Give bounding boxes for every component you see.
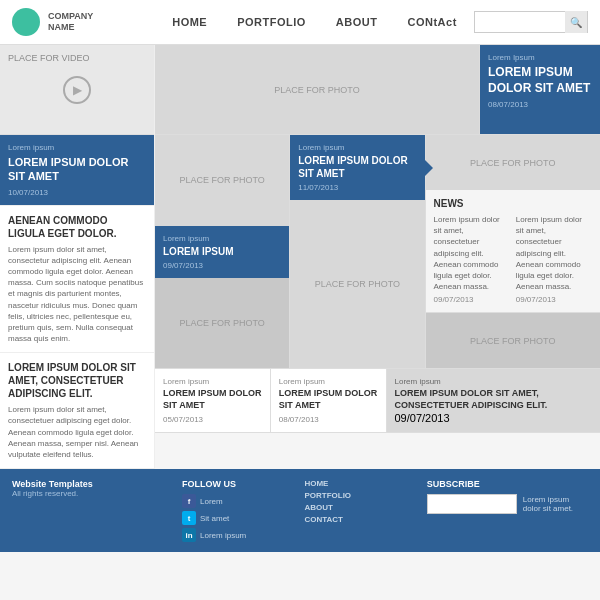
mid-layout: PLACE FOR PHOTO Lorem ipsum LOREM IPSUM …	[155, 135, 600, 369]
play-button[interactable]: ▶	[63, 76, 91, 104]
featured-card: Lorem Ipsum LOREM IPSUM DOLOR SIT AMET 0…	[480, 45, 600, 134]
news-date-2: 09/07/2013	[516, 295, 592, 304]
follow-title: FOLLOW US	[182, 479, 289, 489]
photo-mid-left: PLACE FOR PHOTO	[155, 135, 289, 226]
mid-card-left-label: Lorem ipsum	[163, 234, 281, 243]
news-item-2: Lorem ipsum dolor sit amet, consectetuer…	[516, 214, 592, 304]
bottom-card2-date: 08/07/2013	[279, 415, 378, 424]
footer-nav-contact[interactable]: CONTACT	[304, 515, 411, 524]
sidebar-card-1: Lorem ipsum LOREM IPSUM DOLOR SIT AMET 1…	[0, 135, 154, 206]
photo-mid-right: PLACE FOR PHOTO	[426, 135, 601, 190]
sidebar-card-2: LOREM IPSUM DOLOR SIT AMET, CONSECTETUER…	[0, 353, 154, 469]
footer-rights: All rights reserved.	[12, 489, 167, 498]
featured-title: LOREM IPSUM DOLOR SIT AMET	[488, 65, 592, 96]
video-block: PLACE FOR VIDEO ▶	[0, 45, 154, 135]
bottom-card-1: Lorem ipsum LOREM IPSUM DOLOR SIT AMET 0…	[155, 369, 271, 431]
mid-card-center-title: LOREM IPSUM DOLOR SIT AMET	[298, 154, 416, 180]
photo-large: PLACE FOR PHOTO	[155, 45, 480, 134]
sidebar-card1-date: 10/07/2013	[8, 188, 146, 197]
bottom-card3-date: 09/07/2013	[395, 412, 593, 424]
mid-col-left: PLACE FOR PHOTO Lorem ipsum LOREM IPSUM …	[155, 135, 290, 368]
bottom-card3-label: Lorem ipsum	[395, 377, 593, 386]
nav-portfolio[interactable]: PORTFOLIO	[237, 16, 306, 28]
page-content: PLACE FOR VIDEO ▶ Lorem ipsum LOREM IPSU…	[0, 45, 600, 469]
news-grid: Lorem ipsum dolor sit amet, consectetuer…	[434, 214, 593, 304]
nav-home[interactable]: HOME	[172, 16, 207, 28]
facebook-icon: f	[182, 494, 196, 508]
subscribe-row: Lorem ipsum dolor sit amet.	[427, 494, 588, 514]
bottom-card2-label: Lorem ipsum	[279, 377, 378, 386]
mid-card-left-title: LOREM IPSUM	[163, 245, 281, 258]
news-date-1: 09/07/2013	[434, 295, 510, 304]
search-box: 🔍	[474, 11, 588, 33]
search-input[interactable]	[475, 17, 565, 28]
mid-card-center: Lorem ipsum LOREM IPSUM DOLOR SIT AMET 1…	[290, 135, 424, 200]
logo-area: COMPANY NAME	[0, 8, 155, 36]
search-button[interactable]: 🔍	[565, 11, 587, 33]
footer-left: Website Templates All rights reserved.	[12, 479, 167, 498]
sidebar: PLACE FOR VIDEO ▶ Lorem ipsum LOREM IPSU…	[0, 45, 155, 469]
linkedin-icon: in	[182, 528, 196, 542]
bottom-card-2: Lorem ipsum LOREM IPSUM DOLOR SIT AMET 0…	[271, 369, 387, 431]
follow-label-twitter: Sit amet	[200, 514, 229, 523]
bottom-card3-title: LOREM IPSUM DOLOR SIT AMET, CONSECTETUER…	[395, 388, 593, 411]
subscribe-desc: Lorem ipsum dolor sit amet.	[523, 495, 588, 513]
sidebar-card2-title: LOREM IPSUM DOLOR SIT AMET, CONSECTETUER…	[8, 361, 146, 400]
bottom-card-3: Lorem ipsum LOREM IPSUM DOLOR SIT AMET, …	[387, 369, 601, 431]
footer-website-label: Website Templates	[12, 479, 167, 489]
footer-nav-items: HOME PORTFOLIO ABOUT CONTACT	[304, 479, 411, 524]
footer-nav-home[interactable]: HOME	[304, 479, 411, 488]
sidebar-article-title: AENEAN COMMODO LIGULA EGET DOLOR.	[8, 214, 146, 240]
main-content: PLACE FOR PHOTO Lorem Ipsum LOREM IPSUM …	[155, 45, 600, 469]
follow-section: FOLLOW US f Lorem t Sit amet in Lorem ip…	[182, 479, 289, 542]
featured-label: Lorem Ipsum	[488, 53, 592, 62]
featured-date: 08/07/2013	[488, 100, 592, 109]
logo-icon	[12, 8, 40, 36]
subscribe-section: SUBSCRIBE Lorem ipsum dolor sit amet.	[427, 479, 588, 514]
footer: Website Templates All rights reserved. F…	[0, 469, 600, 552]
mid-card-left: Lorem ipsum LOREM IPSUM 09/07/2013	[155, 226, 289, 278]
mid-card-left-date: 09/07/2013	[163, 261, 281, 270]
footer-nav-about[interactable]: ABOUT	[304, 503, 411, 512]
photo-mid-left2: PLACE FOR PHOTO	[155, 278, 289, 369]
video-label: PLACE FOR VIDEO	[8, 53, 90, 63]
main-nav: HOME PORTFOLIO ABOUT CONtAct	[155, 16, 474, 28]
follow-item-twitter[interactable]: t Sit amet	[182, 511, 289, 525]
subscribe-input[interactable]	[427, 494, 517, 514]
news-section: NEWS Lorem ipsum dolor sit amet, consect…	[426, 190, 601, 313]
follow-item-facebook[interactable]: f Lorem	[182, 494, 289, 508]
sidebar-card2-text: Lorem ipsum dolor sit amet, consectetuer…	[8, 404, 146, 460]
mid-card-center-label: Lorem ipsum	[298, 143, 416, 152]
news-text-1: Lorem ipsum dolor sit amet, consectetuer…	[434, 214, 510, 292]
footer-nav-portfolio[interactable]: PORTFOLIO	[304, 491, 411, 500]
follow-item-linkedin[interactable]: in Lorem ipsum	[182, 528, 289, 542]
mid-card-center-date: 11/07/2013	[298, 183, 416, 192]
sidebar-article-text: Lorem ipsum dolor sit amet, consectetur …	[8, 244, 146, 345]
nav-contact[interactable]: CONtAct	[407, 16, 456, 28]
top-row: PLACE FOR PHOTO Lorem Ipsum LOREM IPSUM …	[155, 45, 600, 135]
photo-mid-center: PLACE FOR PHOTO	[290, 200, 424, 368]
sidebar-card1-label: Lorem ipsum	[8, 143, 146, 152]
bottom-card1-title: LOREM IPSUM DOLOR SIT AMET	[163, 388, 262, 411]
nav-about[interactable]: ABOUT	[336, 16, 378, 28]
bottom-card1-date: 05/07/2013	[163, 415, 262, 424]
photo-mid-right2: PLACE FOR PHOTO	[426, 313, 601, 368]
header: COMPANY NAME HOME PORTFOLIO ABOUT CONtAc…	[0, 0, 600, 45]
bottom-cards: Lorem ipsum LOREM IPSUM DOLOR SIT AMET 0…	[155, 369, 600, 432]
logo-text: COMPANY NAME	[48, 11, 93, 33]
bottom-card2-title: LOREM IPSUM DOLOR SIT AMET	[279, 388, 378, 411]
news-title: NEWS	[434, 198, 593, 209]
follow-label-linkedin: Lorem ipsum	[200, 531, 246, 540]
footer-nav: HOME PORTFOLIO ABOUT CONTACT	[304, 479, 411, 524]
sidebar-article: AENEAN COMMODO LIGULA EGET DOLOR. Lorem …	[0, 206, 154, 354]
subscribe-title: SUBSCRIBE	[427, 479, 588, 489]
mid-col-right: PLACE FOR PHOTO NEWS Lorem ipsum dolor s…	[426, 135, 601, 368]
sidebar-card1-title: LOREM IPSUM DOLOR SIT AMET	[8, 155, 146, 184]
news-item-1: Lorem ipsum dolor sit amet, consectetuer…	[434, 214, 510, 304]
bottom-card1-label: Lorem ipsum	[163, 377, 262, 386]
mid-col-center: Lorem ipsum LOREM IPSUM DOLOR SIT AMET 1…	[290, 135, 425, 368]
follow-label-facebook: Lorem	[200, 497, 223, 506]
follow-items: f Lorem t Sit amet in Lorem ipsum	[182, 494, 289, 542]
news-text-2: Lorem ipsum dolor sit amet, consectetuer…	[516, 214, 592, 292]
twitter-icon: t	[182, 511, 196, 525]
